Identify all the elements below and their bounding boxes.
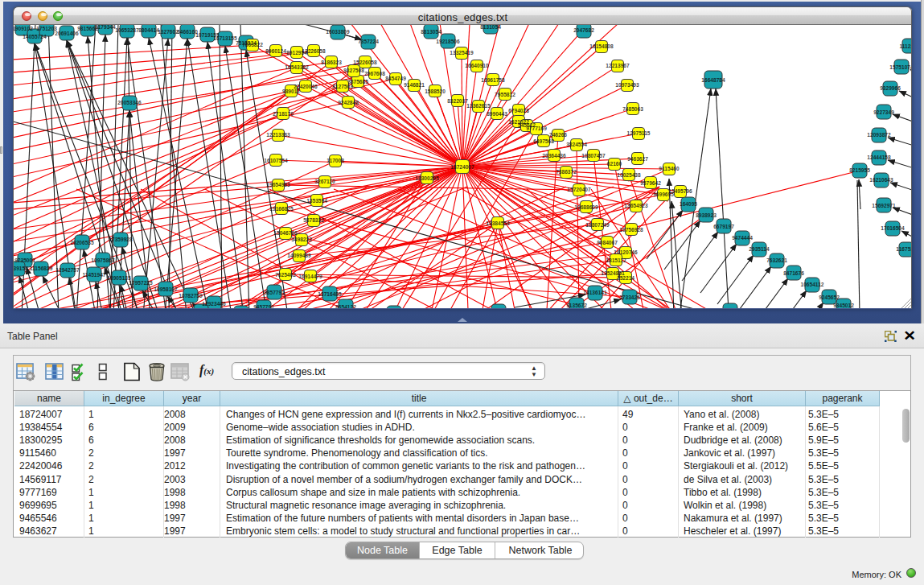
svg-text:19166825: 19166825 (269, 206, 294, 212)
svg-text:8912954: 8912954 (286, 50, 307, 56)
svg-text:2047682: 2047682 (573, 27, 594, 33)
svg-text:8990443: 8990443 (487, 111, 507, 117)
svg-text:10653287: 10653287 (115, 27, 139, 33)
svg-text:12213383: 12213383 (266, 132, 290, 138)
svg-text:8804414: 8804414 (138, 27, 159, 33)
svg-text:16640910: 16640910 (465, 63, 489, 68)
svg-text:2718170: 2718170 (273, 111, 294, 117)
svg-text:252214: 252214 (617, 275, 634, 281)
svg-text:9579642: 9579642 (640, 180, 661, 186)
svg-text:8813054: 8813054 (421, 29, 441, 35)
svg-text:1815112: 1815112 (606, 257, 626, 263)
svg-text:7632621: 7632621 (766, 257, 787, 263)
svg-text:9857791: 9857791 (264, 290, 285, 295)
svg-text:17016504: 17016504 (881, 225, 905, 231)
svg-text:15046766: 15046766 (273, 230, 298, 236)
svg-text:13716485: 13716485 (318, 291, 342, 297)
svg-text:12975115: 12975115 (627, 130, 651, 136)
svg-text:7485063: 7485063 (622, 106, 643, 112)
svg-text:9735001: 9735001 (14, 257, 35, 263)
svg-text:15720407: 15720407 (567, 187, 591, 192)
svg-text:8938923: 8938923 (696, 212, 717, 218)
svg-text:10025438: 10025438 (617, 172, 641, 178)
svg-text:1327602: 1327602 (158, 29, 179, 35)
svg-text:9242848: 9242848 (338, 100, 359, 105)
svg-text:16120746: 16120746 (614, 249, 638, 255)
svg-text:7386372: 7386372 (556, 169, 577, 175)
svg-text:1167533: 1167533 (896, 246, 912, 252)
svg-text:9139154: 9139154 (14, 266, 28, 271)
svg-text:14099489: 14099489 (287, 253, 311, 258)
svg-text:62160: 62160 (607, 161, 622, 167)
svg-text:19218506: 19218506 (436, 39, 460, 44)
svg-text:746266: 746266 (549, 132, 567, 138)
svg-text:16713155: 16713155 (213, 35, 237, 41)
svg-text:5878332: 5878332 (303, 217, 324, 223)
svg-text:8654122: 8654122 (335, 304, 356, 308)
svg-text:16210643: 16210643 (869, 177, 893, 183)
svg-text:3498222: 3498222 (291, 237, 312, 242)
svg-text:16543382: 16543382 (285, 64, 309, 70)
svg-text:11156829: 11156829 (30, 266, 53, 271)
svg-text:13905135: 13905135 (107, 275, 131, 281)
svg-text:989012: 989012 (282, 89, 300, 94)
svg-text:13654923: 13654923 (624, 203, 648, 208)
svg-text:9777169: 9777169 (526, 126, 547, 131)
svg-text:12213967: 12213967 (606, 63, 630, 68)
svg-text:9457791: 9457791 (253, 304, 274, 308)
svg-text:1179344: 1179344 (95, 25, 116, 30)
svg-text:8127503: 8127503 (332, 84, 353, 89)
svg-text:19654983: 19654983 (266, 182, 290, 187)
svg-text:9245652: 9245652 (819, 295, 840, 300)
svg-text:10973493: 10973493 (615, 82, 639, 88)
svg-text:9146821: 9146821 (404, 82, 425, 88)
svg-text:16154808: 16154808 (589, 43, 614, 49)
svg-text:2935114: 2935114 (749, 246, 770, 252)
svg-text:16648784: 16648784 (701, 77, 725, 83)
svg-text:9227349: 9227349 (873, 109, 894, 115)
svg-text:6794028: 6794028 (508, 108, 529, 113)
svg-text:20053346: 20053346 (117, 100, 142, 105)
svg-text:12093872: 12093872 (867, 132, 891, 138)
svg-text:10975867: 10975867 (91, 257, 115, 263)
svg-text:7625402: 7625402 (275, 272, 296, 278)
svg-text:3824554: 3824554 (566, 142, 587, 147)
svg-text:1588520: 1588520 (425, 89, 446, 94)
svg-text:7357224: 7357224 (358, 39, 379, 44)
svg-text:10958107: 10958107 (154, 286, 178, 292)
svg-text:16107554: 16107554 (264, 158, 288, 163)
svg-text:12942757: 12942757 (55, 267, 80, 273)
svg-text:20206535: 20206535 (70, 240, 94, 245)
svg-text:8322037: 8322037 (447, 98, 468, 104)
svg-text:8215955: 8215955 (849, 167, 870, 173)
svg-text:18807249: 18807249 (585, 222, 610, 228)
svg-text:11451947: 11451947 (83, 272, 106, 278)
svg-text:6679197: 6679197 (713, 224, 734, 229)
svg-text:18724007: 18724007 (450, 164, 474, 170)
svg-text:8471676: 8471676 (783, 270, 804, 276)
svg-text:20364436: 20364436 (542, 153, 566, 159)
svg-text:8454749: 8454749 (385, 76, 406, 81)
svg-text:1733426: 1733426 (619, 295, 640, 300)
svg-text:12923446: 12923446 (202, 301, 226, 307)
svg-text:9345012: 9345012 (833, 303, 854, 308)
svg-text:9084067: 9084067 (597, 240, 618, 245)
svg-text:7663822: 7663822 (242, 42, 263, 47)
svg-text:15692971: 15692971 (872, 203, 896, 208)
svg-text:3267110: 3267110 (314, 179, 335, 184)
svg-text:9463627: 9463627 (627, 156, 648, 162)
svg-text:164095: 164095 (680, 201, 697, 207)
svg-text:10688609: 10688609 (574, 204, 598, 210)
svg-text:10756928: 10756928 (619, 227, 643, 233)
svg-text:8131054: 8131054 (480, 25, 501, 30)
svg-text:1751203: 1751203 (36, 26, 57, 31)
svg-text:1112203: 1112203 (900, 43, 912, 49)
svg-text:9115460: 9115460 (659, 166, 680, 171)
svg-text:1909102: 1909102 (14, 26, 33, 31)
svg-text:15226058: 15226058 (353, 60, 377, 65)
svg-text:10782759: 10782759 (179, 293, 203, 299)
svg-text:14136141: 14136141 (583, 290, 607, 295)
svg-text:12444158: 12444158 (867, 154, 891, 160)
svg-text:13362615: 13362615 (466, 103, 491, 109)
svg-text:1353594: 1353594 (306, 198, 327, 204)
